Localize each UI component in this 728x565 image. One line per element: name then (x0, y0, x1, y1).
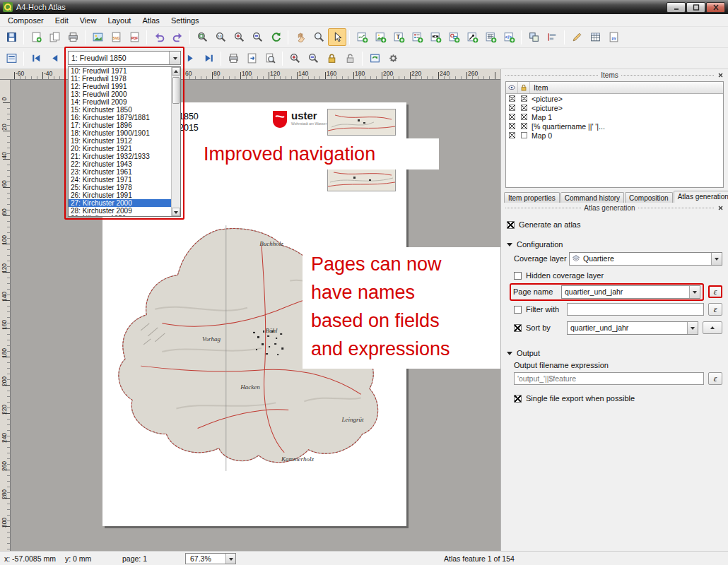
settings-icon[interactable] (384, 49, 402, 67)
item-row[interactable]: <picture> (506, 94, 723, 103)
combo-dropdown-button[interactable] (689, 286, 700, 298)
scrollbar-thumb[interactable] (172, 77, 180, 104)
atlas-page-option[interactable]: 23: Kirchuster 1961 (69, 168, 171, 176)
add-arrow-icon[interactable] (463, 28, 481, 46)
atlas-page-option[interactable]: 13: Freudwil 2000 (69, 90, 171, 98)
add-html-icon[interactable]: </> (500, 28, 518, 46)
save-icon[interactable] (2, 28, 20, 46)
combo-dropdown-button[interactable] (169, 52, 180, 64)
atlas-page-option[interactable]: 10: Freudwil 1971 (69, 67, 171, 75)
item-visible-checkbox[interactable] (509, 114, 515, 120)
align-left-icon[interactable] (543, 28, 561, 46)
configuration-group-header[interactable]: Configuration (507, 237, 722, 251)
close-icon[interactable] (717, 72, 724, 79)
atlas-page-option[interactable]: 20: Kirchuster 1921 (69, 145, 171, 153)
item-row[interactable]: Map 1 (506, 112, 723, 121)
export-pdf-icon[interactable]: PDF (125, 28, 143, 46)
close-icon[interactable] (717, 205, 724, 212)
atlas-page-option[interactable]: 19: Kirchuster 1912 (69, 137, 171, 145)
atlas-next-icon[interactable] (181, 49, 199, 67)
maximize-button[interactable] (686, 2, 705, 13)
select-icon[interactable] (328, 28, 346, 46)
refresh-view-icon[interactable] (365, 49, 384, 67)
coverage-layer-combo[interactable]: Quartiere (569, 252, 722, 266)
add-image-icon[interactable] (371, 28, 389, 46)
atlas-first-icon[interactable] (27, 49, 45, 67)
item-column-header[interactable]: Item (530, 82, 723, 93)
add-map-icon[interactable] (353, 28, 371, 46)
atlas-page-option[interactable]: 29: Nänikon 1850 (69, 215, 171, 216)
combo-dropdown-button[interactable] (711, 253, 722, 265)
run-script-icon[interactable]: py (604, 28, 623, 46)
zoom-level-combo[interactable]: 67.3% (185, 553, 236, 564)
item-row[interactable]: <picture> (506, 103, 723, 112)
atlas-page-option[interactable]: 26: Kirchuster 1991 (69, 191, 171, 199)
atlas-last-icon[interactable] (199, 49, 218, 67)
item-visible-checkbox[interactable] (509, 132, 515, 138)
combo-dropdown-button[interactable] (225, 554, 235, 564)
add-legend-icon[interactable] (408, 28, 426, 46)
atlas-page-option[interactable]: 27: Kirchuster 2000 (69, 199, 171, 207)
zoom-out-icon[interactable] (304, 49, 322, 67)
single-file-checkbox[interactable] (514, 395, 522, 403)
hidden-coverage-checkbox[interactable] (514, 272, 522, 280)
filter-checkbox[interactable] (514, 306, 522, 314)
sort-combo[interactable]: quartier_und_jahr (567, 321, 698, 335)
filename-expression-input[interactable]: 'output_'||$feature (514, 372, 704, 385)
zoom-full-icon[interactable] (193, 28, 211, 46)
item-visible-checkbox[interactable] (509, 95, 515, 102)
export-atlas-icon[interactable] (242, 49, 261, 67)
filter-input[interactable] (567, 303, 704, 316)
zoom-out-icon[interactable] (248, 28, 266, 46)
atlas-page-option[interactable]: 28: Kirchuster 2009 (69, 207, 171, 215)
composer-manager-icon[interactable] (2, 49, 20, 67)
item-lock-checkbox[interactable] (521, 114, 527, 120)
atlas-page-option[interactable]: 18: Kirchuster 1900/1901 (69, 129, 171, 137)
scrollbar-track[interactable] (172, 105, 180, 208)
menu-layout[interactable]: Layout (102, 15, 136, 26)
attribute-table-icon[interactable] (586, 28, 604, 46)
add-table-icon[interactable] (481, 28, 500, 46)
add-label-icon[interactable]: T (389, 28, 408, 46)
close-button[interactable] (706, 2, 725, 13)
zoom-100-icon[interactable]: 1:1 (211, 28, 230, 46)
atlas-page-option[interactable]: 25: Kirchuster 1978 (69, 184, 171, 191)
menu-settings[interactable]: Settings (165, 15, 205, 26)
print-atlas-icon[interactable] (224, 49, 242, 67)
duplicate-composition-icon[interactable] (45, 28, 64, 46)
scroll-up-button[interactable] (172, 67, 180, 76)
tab-command-history[interactable]: Command history (560, 192, 624, 203)
generate-atlas-checkbox[interactable] (507, 221, 515, 229)
tab-item-properties[interactable]: Item properties (504, 192, 560, 203)
redo-icon[interactable] (168, 28, 187, 46)
lock-icon[interactable] (322, 49, 341, 67)
new-composition-icon[interactable] (27, 28, 45, 46)
unlock-icon[interactable] (341, 49, 359, 67)
combo-dropdown-button[interactable] (687, 322, 698, 334)
visibility-column-header[interactable] (506, 82, 518, 93)
menu-view[interactable]: View (74, 15, 102, 26)
atlas-page-option[interactable]: 24: Kirchuster 1971 (69, 176, 171, 184)
pan-icon[interactable] (291, 28, 310, 46)
minimize-button[interactable] (667, 2, 686, 13)
lock-column-header[interactable] (518, 82, 530, 93)
atlas-page-option[interactable]: 14: Freudwil 2009 (69, 98, 171, 106)
atlas-page-option[interactable]: 15: Kirchuster 1850 (69, 106, 171, 114)
zoom-in-icon[interactable] (286, 49, 304, 67)
add-scalebar-icon[interactable] (426, 28, 445, 46)
print-icon[interactable] (64, 28, 82, 46)
menu-edit[interactable]: Edit (49, 15, 74, 26)
filter-expression-button[interactable]: ε (708, 303, 722, 316)
atlas-page-option[interactable]: 22: Kirchuster 1943 (69, 160, 171, 168)
item-lock-checkbox[interactable] (521, 95, 527, 102)
add-shape-icon[interactable] (445, 28, 463, 46)
undo-icon[interactable] (150, 28, 168, 46)
group-items-icon[interactable] (524, 28, 543, 46)
zoom-in-icon[interactable] (230, 28, 248, 46)
scroll-down-button[interactable] (172, 208, 180, 216)
atlas-prev-icon[interactable] (45, 49, 64, 67)
output-group-header[interactable]: Output (507, 346, 722, 360)
tab-composition[interactable]: Composition (625, 192, 673, 203)
item-lock-checkbox[interactable] (521, 105, 527, 111)
atlas-page-option[interactable]: 12: Freudwil 1991 (69, 83, 171, 90)
